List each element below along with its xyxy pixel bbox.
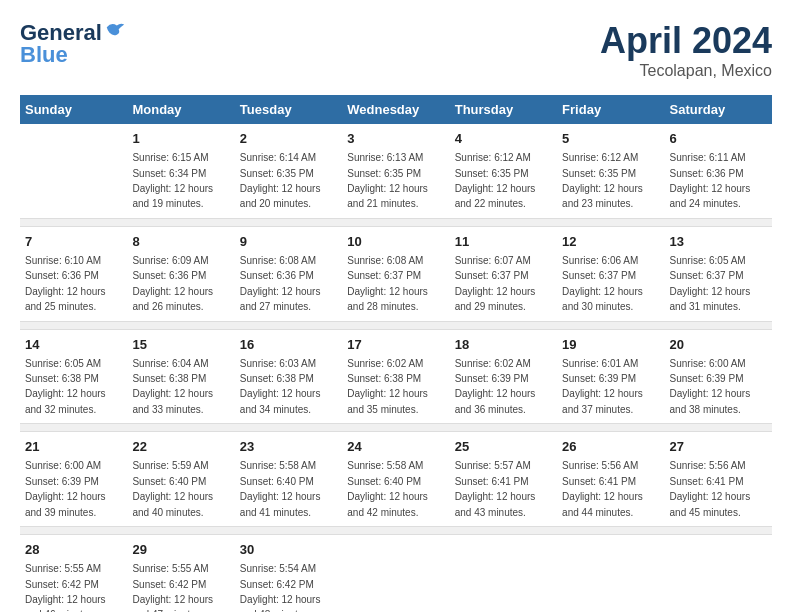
week-separator xyxy=(20,218,772,226)
cell-info: Sunrise: 5:56 AMSunset: 6:41 PMDaylight:… xyxy=(562,460,643,517)
cell-info: Sunrise: 6:00 AMSunset: 6:39 PMDaylight:… xyxy=(670,358,751,415)
day-number: 2 xyxy=(240,130,337,148)
cell-info: Sunrise: 6:05 AMSunset: 6:38 PMDaylight:… xyxy=(25,358,106,415)
calendar-cell xyxy=(342,535,449,613)
cell-info: Sunrise: 6:13 AMSunset: 6:35 PMDaylight:… xyxy=(347,152,428,209)
calendar-cell: 12Sunrise: 6:06 AMSunset: 6:37 PMDayligh… xyxy=(557,226,664,321)
calendar-table: Sunday Monday Tuesday Wednesday Thursday… xyxy=(20,95,772,612)
calendar-cell xyxy=(557,535,664,613)
cell-info: Sunrise: 6:09 AMSunset: 6:36 PMDaylight:… xyxy=(132,255,213,312)
cell-info: Sunrise: 5:57 AMSunset: 6:41 PMDaylight:… xyxy=(455,460,536,517)
calendar-cell: 6Sunrise: 6:11 AMSunset: 6:36 PMDaylight… xyxy=(665,124,772,218)
day-number: 25 xyxy=(455,438,552,456)
cell-info: Sunrise: 6:15 AMSunset: 6:34 PMDaylight:… xyxy=(132,152,213,209)
calendar-cell: 29Sunrise: 5:55 AMSunset: 6:42 PMDayligh… xyxy=(127,535,234,613)
day-number: 12 xyxy=(562,233,659,251)
cell-info: Sunrise: 6:04 AMSunset: 6:38 PMDaylight:… xyxy=(132,358,213,415)
separator-cell xyxy=(20,424,772,432)
day-number: 22 xyxy=(132,438,229,456)
calendar-cell: 13Sunrise: 6:05 AMSunset: 6:37 PMDayligh… xyxy=(665,226,772,321)
calendar-cell: 2Sunrise: 6:14 AMSunset: 6:35 PMDaylight… xyxy=(235,124,342,218)
day-number: 3 xyxy=(347,130,444,148)
cell-info: Sunrise: 6:07 AMSunset: 6:37 PMDaylight:… xyxy=(455,255,536,312)
calendar-cell: 22Sunrise: 5:59 AMSunset: 6:40 PMDayligh… xyxy=(127,432,234,527)
calendar-cell: 3Sunrise: 6:13 AMSunset: 6:35 PMDaylight… xyxy=(342,124,449,218)
calendar-cell: 14Sunrise: 6:05 AMSunset: 6:38 PMDayligh… xyxy=(20,329,127,424)
day-number: 26 xyxy=(562,438,659,456)
calendar-cell: 5Sunrise: 6:12 AMSunset: 6:35 PMDaylight… xyxy=(557,124,664,218)
calendar-cell xyxy=(20,124,127,218)
day-number: 6 xyxy=(670,130,767,148)
cell-info: Sunrise: 6:00 AMSunset: 6:39 PMDaylight:… xyxy=(25,460,106,517)
cell-info: Sunrise: 6:08 AMSunset: 6:37 PMDaylight:… xyxy=(347,255,428,312)
calendar-cell: 18Sunrise: 6:02 AMSunset: 6:39 PMDayligh… xyxy=(450,329,557,424)
day-number: 17 xyxy=(347,336,444,354)
calendar-cell: 8Sunrise: 6:09 AMSunset: 6:36 PMDaylight… xyxy=(127,226,234,321)
page-header: General Blue April 2024 Tecolapan, Mexic… xyxy=(20,20,772,80)
calendar-cell: 28Sunrise: 5:55 AMSunset: 6:42 PMDayligh… xyxy=(20,535,127,613)
day-number: 11 xyxy=(455,233,552,251)
logo-blue: Blue xyxy=(20,42,68,68)
day-number: 28 xyxy=(25,541,122,559)
calendar-cell: 19Sunrise: 6:01 AMSunset: 6:39 PMDayligh… xyxy=(557,329,664,424)
week-row-1: 1Sunrise: 6:15 AMSunset: 6:34 PMDaylight… xyxy=(20,124,772,218)
calendar-cell: 24Sunrise: 5:58 AMSunset: 6:40 PMDayligh… xyxy=(342,432,449,527)
day-number: 16 xyxy=(240,336,337,354)
page-title: April 2024 xyxy=(600,20,772,62)
cell-info: Sunrise: 5:55 AMSunset: 6:42 PMDaylight:… xyxy=(25,563,106,612)
day-number: 7 xyxy=(25,233,122,251)
cell-info: Sunrise: 6:12 AMSunset: 6:35 PMDaylight:… xyxy=(455,152,536,209)
col-wednesday: Wednesday xyxy=(342,95,449,124)
day-number: 20 xyxy=(670,336,767,354)
col-thursday: Thursday xyxy=(450,95,557,124)
separator-cell xyxy=(20,321,772,329)
cell-info: Sunrise: 5:54 AMSunset: 6:42 PMDaylight:… xyxy=(240,563,321,612)
calendar-cell: 20Sunrise: 6:00 AMSunset: 6:39 PMDayligh… xyxy=(665,329,772,424)
week-separator xyxy=(20,424,772,432)
cell-info: Sunrise: 5:58 AMSunset: 6:40 PMDaylight:… xyxy=(240,460,321,517)
day-number: 21 xyxy=(25,438,122,456)
cell-info: Sunrise: 6:05 AMSunset: 6:37 PMDaylight:… xyxy=(670,255,751,312)
cell-info: Sunrise: 6:10 AMSunset: 6:36 PMDaylight:… xyxy=(25,255,106,312)
day-number: 1 xyxy=(132,130,229,148)
col-friday: Friday xyxy=(557,95,664,124)
week-separator xyxy=(20,527,772,535)
day-number: 27 xyxy=(670,438,767,456)
day-number: 19 xyxy=(562,336,659,354)
day-number: 15 xyxy=(132,336,229,354)
cell-info: Sunrise: 6:02 AMSunset: 6:38 PMDaylight:… xyxy=(347,358,428,415)
day-number: 23 xyxy=(240,438,337,456)
separator-cell xyxy=(20,527,772,535)
day-number: 30 xyxy=(240,541,337,559)
calendar-cell: 1Sunrise: 6:15 AMSunset: 6:34 PMDaylight… xyxy=(127,124,234,218)
calendar-cell: 11Sunrise: 6:07 AMSunset: 6:37 PMDayligh… xyxy=(450,226,557,321)
day-number: 4 xyxy=(455,130,552,148)
day-number: 13 xyxy=(670,233,767,251)
col-sunday: Sunday xyxy=(20,95,127,124)
cell-info: Sunrise: 6:14 AMSunset: 6:35 PMDaylight:… xyxy=(240,152,321,209)
day-number: 10 xyxy=(347,233,444,251)
calendar-cell: 7Sunrise: 6:10 AMSunset: 6:36 PMDaylight… xyxy=(20,226,127,321)
page-subtitle: Tecolapan, Mexico xyxy=(600,62,772,80)
day-number: 29 xyxy=(132,541,229,559)
calendar-cell: 26Sunrise: 5:56 AMSunset: 6:41 PMDayligh… xyxy=(557,432,664,527)
separator-cell xyxy=(20,218,772,226)
cell-info: Sunrise: 6:03 AMSunset: 6:38 PMDaylight:… xyxy=(240,358,321,415)
logo-bird-icon xyxy=(104,20,126,42)
cell-info: Sunrise: 6:11 AMSunset: 6:36 PMDaylight:… xyxy=(670,152,751,209)
week-row-2: 7Sunrise: 6:10 AMSunset: 6:36 PMDaylight… xyxy=(20,226,772,321)
day-number: 14 xyxy=(25,336,122,354)
calendar-cell: 23Sunrise: 5:58 AMSunset: 6:40 PMDayligh… xyxy=(235,432,342,527)
calendar-cell: 10Sunrise: 6:08 AMSunset: 6:37 PMDayligh… xyxy=(342,226,449,321)
calendar-cell xyxy=(665,535,772,613)
cell-info: Sunrise: 6:06 AMSunset: 6:37 PMDaylight:… xyxy=(562,255,643,312)
header-row: Sunday Monday Tuesday Wednesday Thursday… xyxy=(20,95,772,124)
cell-info: Sunrise: 5:59 AMSunset: 6:40 PMDaylight:… xyxy=(132,460,213,517)
calendar-cell: 15Sunrise: 6:04 AMSunset: 6:38 PMDayligh… xyxy=(127,329,234,424)
col-monday: Monday xyxy=(127,95,234,124)
cell-info: Sunrise: 5:55 AMSunset: 6:42 PMDaylight:… xyxy=(132,563,213,612)
calendar-cell: 27Sunrise: 5:56 AMSunset: 6:41 PMDayligh… xyxy=(665,432,772,527)
day-number: 9 xyxy=(240,233,337,251)
cell-info: Sunrise: 5:56 AMSunset: 6:41 PMDaylight:… xyxy=(670,460,751,517)
day-number: 8 xyxy=(132,233,229,251)
